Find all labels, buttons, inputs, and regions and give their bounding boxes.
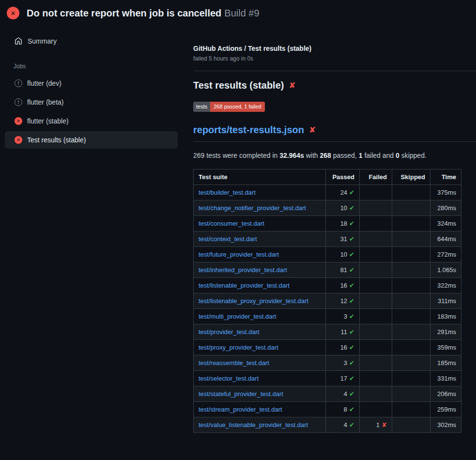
cell-failed — [360, 309, 392, 324]
cell-time: 644ms — [430, 231, 461, 247]
cell-failed — [360, 231, 392, 247]
check-icon: ✔ — [349, 313, 354, 320]
check-icon: ✔ — [349, 189, 354, 196]
cell-time: 324ms — [430, 216, 461, 231]
table-header-row: Test suite Passed Failed Skipped Time — [194, 169, 461, 185]
summary-failed: 1 — [359, 152, 363, 159]
cell-time: 185ms — [430, 355, 461, 371]
cell-test-suite: test/provider_test.dart — [194, 324, 326, 340]
cell-skipped — [392, 309, 430, 324]
cell-skipped — [392, 371, 430, 386]
summary-mid2: passed, — [331, 152, 359, 159]
failed-x-circle-icon: ✕ — [7, 7, 19, 19]
sidebar-job-item[interactable]: ✕flutter (stable) — [5, 112, 178, 130]
cell-test-suite: test/inherited_provider_test.dart — [194, 262, 326, 278]
check-icon: ✔ — [349, 390, 354, 398]
cell-passed: 11✔ — [326, 324, 360, 340]
report-file-link[interactable]: reports/test-results.json — [193, 124, 304, 136]
sidebar: Summary Jobs !flutter (dev)!flutter (bet… — [0, 26, 185, 150]
summary-duration: 32.964s — [279, 152, 304, 159]
test-suite-link[interactable]: test/context_test.dart — [199, 235, 257, 243]
test-suite-link[interactable]: test/proxy_provider_test.dart — [199, 344, 278, 351]
job-label: flutter (stable) — [27, 117, 69, 125]
check-icon: ✔ — [349, 220, 354, 227]
test-suite-link[interactable]: test/reassemble_test.dart — [199, 359, 269, 367]
cell-failed — [360, 185, 392, 200]
run-title: Do not create report when job is cancell… — [27, 8, 221, 18]
cell-skipped — [392, 231, 430, 247]
cell-time: 291ms — [430, 324, 461, 340]
cell-skipped — [392, 278, 430, 293]
jobs-section-label: Jobs — [14, 63, 178, 70]
summary-suffix: skipped. — [399, 152, 427, 159]
sidebar-item-summary[interactable]: Summary — [5, 33, 178, 49]
cell-test-suite: test/proxy_provider_test.dart — [194, 340, 326, 355]
status-line: failed 5 hours ago in 0s — [193, 55, 476, 62]
cell-skipped — [392, 293, 430, 309]
section-title-text: Test results (stable) — [193, 80, 284, 91]
cell-failed — [360, 402, 392, 417]
check-icon: ✔ — [349, 406, 354, 413]
test-suite-link[interactable]: test/multi_provider_test.dart — [199, 313, 276, 320]
tests-badge: tests 268 passed, 1 failed — [193, 102, 265, 112]
job-label: flutter (dev) — [27, 79, 61, 87]
cell-time: 359ms — [430, 340, 461, 355]
test-suite-link[interactable]: test/change_notifier_provider_test.dart — [199, 204, 306, 212]
test-suite-link[interactable]: test/provider_test.dart — [199, 328, 260, 336]
table-row: test/stateful_provider_test.dart4✔206ms — [194, 386, 461, 402]
cell-passed: 3✔ — [326, 309, 360, 324]
cell-test-suite: test/context_test.dart — [194, 231, 326, 247]
test-suite-link[interactable]: test/stream_provider_test.dart — [199, 406, 282, 413]
sidebar-job-item[interactable]: !flutter (beta) — [5, 93, 178, 111]
sidebar-job-item[interactable]: !flutter (dev) — [5, 75, 178, 92]
cell-failed — [360, 200, 392, 216]
test-suite-link[interactable]: test/builder_test.dart — [199, 189, 256, 196]
cell-test-suite: test/multi_provider_test.dart — [194, 309, 326, 324]
table-row: test/multi_provider_test.dart3✔183ms — [194, 309, 461, 324]
job-label: flutter (beta) — [27, 98, 63, 106]
check-icon: ✔ — [349, 266, 354, 274]
col-skipped: Skipped — [392, 169, 430, 185]
cell-passed: 16✔ — [326, 278, 360, 293]
cell-skipped — [392, 417, 430, 433]
cell-failed — [360, 278, 392, 293]
cell-passed: 3✔ — [326, 355, 360, 371]
tests-summary-line: 269 tests were completed in 32.964s with… — [193, 152, 476, 159]
summary-prefix: 269 tests were completed in — [193, 152, 279, 159]
cell-failed — [360, 355, 392, 371]
build-number: Build #9 — [224, 8, 259, 18]
test-suite-link[interactable]: test/listenable_proxy_provider_test.dart — [199, 297, 308, 305]
cell-failed — [360, 371, 392, 386]
cell-failed — [360, 262, 392, 278]
test-suite-link[interactable]: test/listenable_provider_test.dart — [199, 282, 290, 289]
cross-icon: ✘ — [382, 421, 387, 429]
col-failed: Failed — [360, 169, 392, 185]
test-suite-link[interactable]: test/stateful_provider_test.dart — [199, 390, 283, 398]
cell-test-suite: test/builder_test.dart — [194, 185, 326, 200]
test-suite-link[interactable]: test/future_provider_test.dart — [199, 251, 279, 258]
summary-passed: 268 — [320, 152, 331, 159]
test-suite-link[interactable]: test/consumer_test.dart — [199, 220, 264, 227]
summary-mid1: with — [304, 152, 320, 159]
table-row: test/provider_test.dart11✔291ms — [194, 324, 461, 340]
test-suite-link[interactable]: test/selector_test.dart — [199, 375, 259, 382]
cell-skipped — [392, 324, 430, 340]
cell-time: 183ms — [430, 309, 461, 324]
job-label: Test results (stable) — [27, 136, 86, 144]
cell-passed: 17✔ — [326, 371, 360, 386]
sidebar-jobs: !flutter (dev)!flutter (beta)✕flutter (s… — [5, 75, 178, 149]
cell-failed — [360, 324, 392, 340]
check-icon: ✔ — [349, 297, 354, 305]
cell-failed — [360, 293, 392, 309]
cell-skipped — [392, 216, 430, 231]
cell-test-suite: test/consumer_test.dart — [194, 216, 326, 231]
table-row: test/listenable_provider_test.dart16✔322… — [194, 278, 461, 293]
test-suite-link[interactable]: test/inherited_provider_test.dart — [199, 266, 287, 274]
cell-skipped — [392, 386, 430, 402]
sidebar-job-item[interactable]: ✕Test results (stable) — [5, 131, 178, 149]
test-suite-link[interactable]: test/value_listenable_provider_test.dart — [199, 421, 308, 429]
report-title: reports/test-results.json ✘ — [193, 124, 476, 142]
cell-failed: 1✘ — [360, 417, 392, 433]
cell-skipped — [392, 200, 430, 216]
table-row: test/listenable_proxy_provider_test.dart… — [194, 293, 461, 309]
